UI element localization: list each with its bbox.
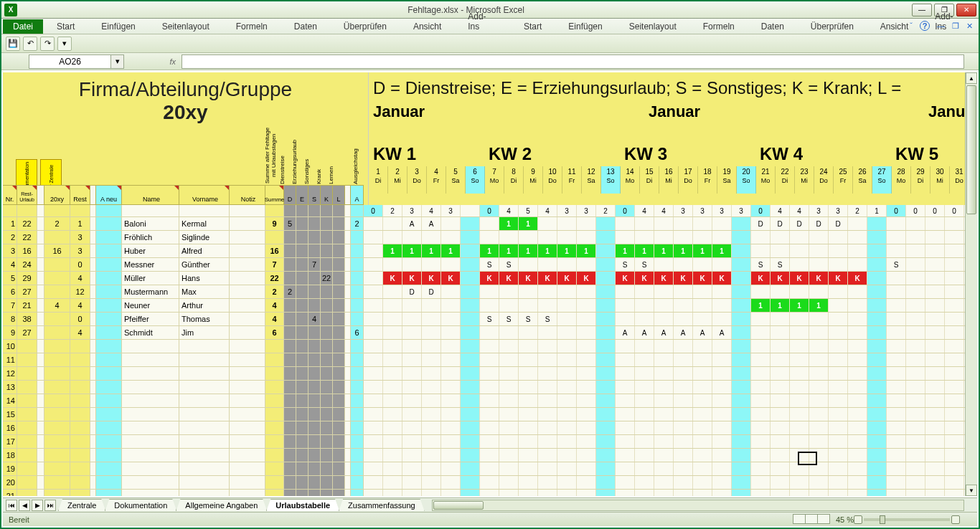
cell[interactable]: Baloni xyxy=(122,217,179,230)
cell[interactable] xyxy=(44,340,70,353)
cell[interactable] xyxy=(122,205,179,216)
day-cell[interactable] xyxy=(693,408,712,421)
cell[interactable] xyxy=(321,353,333,366)
cell[interactable] xyxy=(90,272,96,285)
day-cell[interactable] xyxy=(557,299,577,312)
day-cell[interactable] xyxy=(519,421,538,434)
sheet-tab-urlaubstabelle[interactable]: Urlaubstabelle xyxy=(266,499,339,511)
day-cell[interactable] xyxy=(867,421,887,434)
day-cell[interactable] xyxy=(654,449,674,462)
day-cell[interactable] xyxy=(790,244,809,257)
day-cell[interactable] xyxy=(538,490,557,496)
ribbon-tab[interactable]: Add-Ins xyxy=(455,9,510,34)
day-cell[interactable] xyxy=(441,476,461,489)
day-cell[interactable] xyxy=(422,381,441,394)
day-cell[interactable] xyxy=(945,490,964,496)
day-cell[interactable] xyxy=(364,326,383,339)
day-cell[interactable] xyxy=(519,326,538,339)
day-cell[interactable] xyxy=(925,367,945,380)
day-cell[interactable] xyxy=(557,462,577,475)
day-cell[interactable] xyxy=(829,299,848,312)
cell[interactable]: 29 xyxy=(17,272,37,285)
cell[interactable] xyxy=(333,217,345,230)
day-cell[interactable]: 1 xyxy=(577,244,596,257)
day-cell[interactable] xyxy=(635,313,654,325)
day-cell[interactable] xyxy=(422,367,441,380)
day-cell[interactable] xyxy=(499,490,519,496)
cell[interactable]: Thomas xyxy=(179,313,230,325)
day-cell[interactable] xyxy=(364,449,383,462)
day-cell[interactable] xyxy=(693,462,712,475)
day-cell[interactable] xyxy=(674,421,693,434)
day-cell[interactable] xyxy=(383,340,402,353)
day-cell[interactable] xyxy=(790,367,809,380)
day-cell[interactable] xyxy=(538,476,557,489)
day-cell[interactable]: K xyxy=(790,272,809,285)
day-cell[interactable] xyxy=(538,449,557,462)
day-cell[interactable] xyxy=(364,381,383,394)
cell[interactable] xyxy=(333,490,345,496)
cell[interactable]: 7 xyxy=(3,299,17,312)
cell[interactable] xyxy=(265,462,284,475)
day-cell[interactable]: 1 xyxy=(654,244,674,257)
cell[interactable] xyxy=(37,476,44,489)
cell[interactable] xyxy=(345,340,351,353)
cell[interactable] xyxy=(44,367,70,380)
cell[interactable] xyxy=(296,408,308,421)
day-cell[interactable] xyxy=(732,462,751,475)
day-cell[interactable] xyxy=(596,299,616,312)
cell[interactable]: 4 xyxy=(70,272,90,285)
cell[interactable] xyxy=(96,326,122,339)
cell[interactable] xyxy=(296,476,308,489)
cell[interactable] xyxy=(179,449,230,462)
sum-cell[interactable]: 3 xyxy=(674,205,693,216)
day-cell[interactable] xyxy=(674,299,693,312)
day-cell[interactable] xyxy=(732,272,751,285)
day-cell[interactable] xyxy=(596,381,616,394)
cell[interactable] xyxy=(265,381,284,394)
cell[interactable] xyxy=(308,299,321,312)
cell[interactable] xyxy=(345,476,351,489)
ribbon-tab[interactable]: Überprüfen xyxy=(331,19,400,34)
day-cell[interactable] xyxy=(441,367,461,380)
day-cell[interactable] xyxy=(906,367,925,380)
ribbon-minimize-icon[interactable]: ˇ xyxy=(910,22,913,30)
day-cell[interactable] xyxy=(732,421,751,434)
day-cell[interactable] xyxy=(848,285,867,298)
cell[interactable] xyxy=(284,449,296,462)
day-cell[interactable] xyxy=(732,244,751,257)
day-cell[interactable] xyxy=(616,435,635,448)
day-cell[interactable] xyxy=(790,421,809,434)
cell[interactable] xyxy=(96,285,122,298)
cell[interactable] xyxy=(17,394,37,407)
day-cell[interactable] xyxy=(499,231,519,244)
cell[interactable] xyxy=(37,353,44,366)
day-cell[interactable] xyxy=(577,258,596,271)
day-cell[interactable]: 1 xyxy=(635,244,654,257)
day-cell[interactable] xyxy=(422,490,441,496)
day-cell[interactable] xyxy=(557,231,577,244)
cell[interactable] xyxy=(122,408,179,421)
cell[interactable] xyxy=(308,231,321,244)
cell[interactable] xyxy=(321,381,333,394)
day-cell[interactable] xyxy=(809,449,829,462)
day-cell[interactable] xyxy=(945,299,964,312)
redo-icon[interactable]: ↷ xyxy=(40,37,55,51)
day-cell[interactable] xyxy=(887,299,906,312)
day-cell[interactable] xyxy=(422,231,441,244)
day-cell[interactable] xyxy=(674,381,693,394)
day-cell[interactable] xyxy=(848,244,867,257)
ribbon-tab-einfügen[interactable]: Einfügen xyxy=(555,19,615,34)
cell[interactable] xyxy=(44,394,70,407)
day-cell[interactable] xyxy=(635,476,654,489)
day-cell[interactable] xyxy=(441,258,461,271)
day-cell[interactable]: S xyxy=(499,313,519,325)
day-cell[interactable] xyxy=(925,490,945,496)
day-cell[interactable] xyxy=(383,258,402,271)
day-cell[interactable] xyxy=(945,367,964,380)
day-cell[interactable]: K xyxy=(480,272,499,285)
day-cell[interactable] xyxy=(557,435,577,448)
day-cell[interactable] xyxy=(557,394,577,407)
day-cell[interactable] xyxy=(751,435,771,448)
cell[interactable] xyxy=(321,326,333,339)
